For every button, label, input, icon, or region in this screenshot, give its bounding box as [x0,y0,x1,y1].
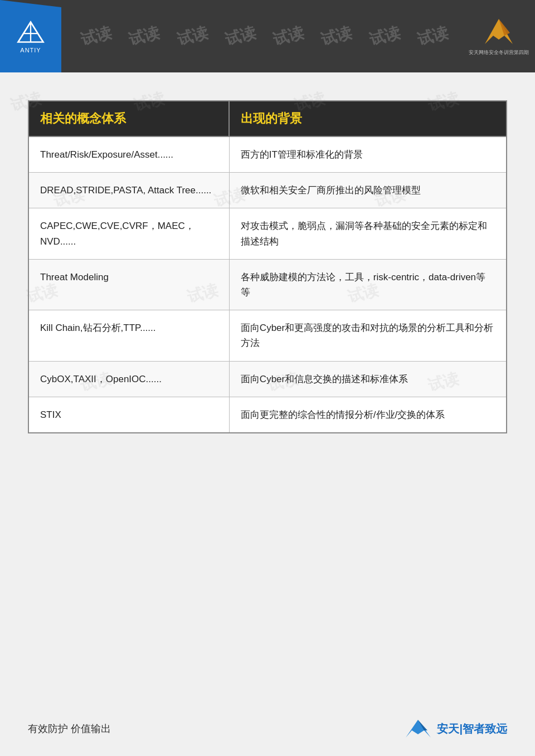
table-cell-left: CAPEC,CWE,CVE,CVRF，MAEC，NVD...... [28,208,229,259]
header-wm-7: 试读 [367,22,403,50]
footer-logo-text: 安天|智者致远 [437,721,507,737]
footer-logo-icon [403,718,434,739]
footer-slogan: 有效防护 价值输出 [28,722,111,735]
table-row: Kill Chain,钻石分析,TTP......面向Cyber和更高强度的攻击… [28,310,507,361]
col2-header: 出现的背景 [229,101,507,136]
table-cell-left: Kill Chain,钻石分析,TTP...... [28,310,229,361]
header-watermarks: 试读 试读 试读 试读 试读 试读 试读 试读 [61,26,468,47]
table-row: CybOX,TAXII，OpenIOC......面向Cyber和信息交换的描述… [28,361,507,397]
footer-logo: 安天|智者致远 [403,718,507,739]
table-cell-right: 面向更完整的综合性的情报分析/作业/交换的体系 [229,397,507,433]
header-wm-4: 试读 [223,22,259,50]
table-cell-right: 各种威胁建模的方法论，工具，risk-centric，data-driven等等 [229,259,507,310]
header-wm-1: 试读 [79,22,114,50]
table-row: STIX面向更完整的综合性的情报分析/作业/交换的体系 [28,397,507,433]
header-wm-5: 试读 [271,22,307,50]
content-table: 相关的概念体系 出现的背景 Threat/Risk/Exposure/Asset… [28,100,507,433]
table-row: Threat Modeling各种威胁建模的方法论，工具，risk-centri… [28,259,507,310]
table-cell-right: 面向Cyber和更高强度的攻击和对抗的场景的分析工具和分析方法 [229,310,507,361]
header-brand: 安天网络安全冬训营第四期 [468,0,535,72]
table-cell-right: 微软和相关安全厂商所推出的风险管理模型 [229,173,507,208]
svg-marker-5 [406,720,431,738]
header-wm-3: 试读 [175,22,211,50]
table-row: DREAD,STRIDE,PASTA, Attack Tree......微软和… [28,173,507,208]
table-row: Threat/Risk/Exposure/Asset......西方的IT管理和… [28,136,507,173]
table-row: CAPEC,CWE,CVE,CVRF，MAEC，NVD......对攻击模式，脆… [28,208,507,259]
table-cell-left: CybOX,TAXII，OpenIOC...... [28,361,229,397]
table-cell-left: Threat Modeling [28,259,229,310]
header-wm-6: 试读 [319,22,354,50]
header: ANTIY 试读 试读 试读 试读 试读 试读 试读 试读 安天网络安全冬训营第… [0,0,535,72]
col1-header: 相关的概念体系 [28,101,229,136]
logo-box: ANTIY [0,0,61,72]
table-cell-left: Threat/Risk/Exposure/Asset...... [28,136,229,173]
table-cell-right: 面向Cyber和信息交换的描述和标准体系 [229,361,507,397]
table-cell-right: 西方的IT管理和标准化的背景 [229,136,507,173]
header-wm-8: 试读 [415,22,451,50]
antiy-logo-icon [11,19,50,45]
main-content: 试读试读试读试读试读试读试读试读试读试读试读试读试读 相关的概念体系 出现的背景… [0,72,535,456]
table-cell-left: DREAD,STRIDE,PASTA, Attack Tree...... [28,173,229,208]
header-wm-2: 试读 [127,22,162,50]
footer: 有效防护 价值输出 安天|智者致远 [0,718,535,739]
table-cell-left: STIX [28,397,229,433]
brand-logo-icon [474,16,524,47]
brand-text: 安天网络安全冬训营第四期 [469,49,529,56]
table-cell-right: 对攻击模式，脆弱点，漏洞等各种基础的安全元素的标定和描述结构 [229,208,507,259]
logo-text: ANTIY [20,47,41,53]
